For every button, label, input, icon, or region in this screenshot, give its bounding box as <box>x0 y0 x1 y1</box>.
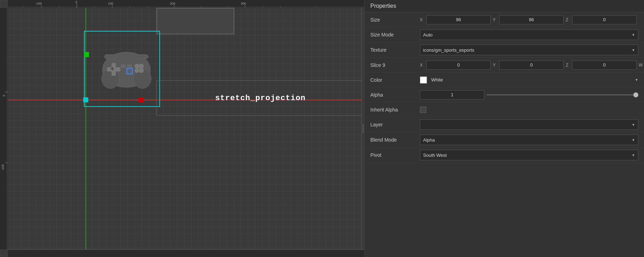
size-label: Size <box>370 17 420 23</box>
svg-text:-100: -100 <box>35 2 42 5</box>
slice9-z-label: Z <box>566 63 571 68</box>
slice9-x-label: X <box>420 63 425 68</box>
color-name-text: White <box>431 77 443 82</box>
svg-text:+: + <box>110 65 114 73</box>
prop-row-pivot: Pivot South West ▼ <box>365 148 644 163</box>
alpha-thumb[interactable] <box>633 92 638 97</box>
pivot-arrow: ▼ <box>632 153 635 157</box>
svg-point-34 <box>135 68 139 73</box>
prop-row-blend-mode: Blend Mode Alpha ▼ <box>365 132 644 148</box>
prop-row-alpha: Alpha <box>365 87 644 102</box>
size-mode-dropdown[interactable]: Auto ▼ <box>420 29 638 40</box>
slice9-z-group: Z <box>566 61 637 70</box>
slice9-y-input[interactable] <box>499 61 564 70</box>
slice9-y-label: Y <box>493 63 498 68</box>
pivot-dropdown[interactable]: South West ▼ <box>420 150 638 160</box>
slice9-value: X Y Z W <box>420 61 644 70</box>
size-x-label: X <box>420 17 425 22</box>
slice9-x-input[interactable] <box>426 61 491 70</box>
color-value: White ▼ <box>420 76 638 84</box>
texture-value: icons/gm_sports_esports ▼ <box>420 45 638 55</box>
blend-mode-dropdown[interactable]: Alpha ▼ <box>420 135 638 145</box>
prop-row-layer: Layer ▼ <box>365 117 644 132</box>
blend-mode-value: Alpha ▼ <box>420 135 638 145</box>
blue-selection-square <box>126 68 133 74</box>
size-y-group: Y <box>493 15 564 24</box>
blend-mode-text: Alpha <box>423 137 435 143</box>
svg-rect-37 <box>127 64 132 68</box>
size-y-input[interactable] <box>499 15 564 24</box>
ruler-top: -100 0 100 200 300 <box>8 0 364 8</box>
layer-arrow: ▼ <box>632 123 635 127</box>
panel-divider[interactable] <box>361 8 364 249</box>
texture-label: Texture <box>370 47 420 53</box>
size-mode-label: Size Mode <box>370 32 420 38</box>
svg-text:200: 200 <box>170 2 175 5</box>
texture-arrow: ▼ <box>632 48 635 52</box>
svg-text:300: 300 <box>241 2 246 5</box>
pivot-value: South West ▼ <box>420 150 638 160</box>
prop-row-inherit-alpha: Inherit Alpha <box>365 102 644 117</box>
inherit-alpha-label: Inherit Alpha <box>370 107 420 113</box>
prop-row-texture: Texture icons/gm_sports_esports ▼ <box>365 42 644 58</box>
size-mode-text: Auto <box>423 32 433 38</box>
size-mode-value: Auto ▼ <box>420 29 638 40</box>
canvas-content: + stretch_projection <box>8 8 364 249</box>
blend-mode-label: Blend Mode <box>370 137 420 143</box>
svg-text:-100: -100 <box>1 164 5 171</box>
stretch-projection-box: stretch_projection <box>156 80 364 116</box>
layer-label: Layer <box>370 122 420 127</box>
divider-dot <box>363 126 364 127</box>
svg-rect-38 <box>104 55 117 59</box>
gray-rect-top <box>156 8 234 34</box>
divider-dot <box>363 128 364 129</box>
slice9-x-group: X <box>420 61 491 70</box>
panel-title: Properties <box>365 0 644 12</box>
svg-rect-36 <box>121 64 126 68</box>
slice9-w-group: W <box>639 61 644 70</box>
canvas-area[interactable]: -100 0 100 200 300 <box>0 0 364 257</box>
properties-panel: Properties Size X Y Z Size Mode Auto ▼ <box>364 0 644 257</box>
size-value: X Y Z <box>420 15 638 24</box>
texture-text: icons/gm_sports_esports <box>423 47 474 53</box>
size-z-input[interactable] <box>572 15 637 24</box>
pivot-text: South West <box>423 153 447 158</box>
prop-row-size-mode: Size Mode Auto ▼ <box>365 27 644 42</box>
handle-bottom-right[interactable] <box>139 97 144 102</box>
alpha-value <box>420 90 638 99</box>
alpha-slider-container <box>486 94 638 96</box>
alpha-input[interactable] <box>420 90 484 99</box>
prop-row-slice9: Slice 9 X Y Z W <box>365 58 644 73</box>
divider-dot <box>363 132 364 133</box>
alpha-track[interactable] <box>486 94 638 96</box>
handle-top-left[interactable] <box>84 52 89 57</box>
svg-point-32 <box>135 64 139 69</box>
svg-text:0: 0 <box>2 95 6 96</box>
size-x-input[interactable] <box>426 15 491 24</box>
layer-dropdown[interactable]: ▼ <box>420 119 638 130</box>
color-swatch[interactable] <box>420 76 427 84</box>
slice9-label: Slice 9 <box>370 62 420 68</box>
prop-row-color: Color White ▼ <box>365 73 644 87</box>
handle-bottom-left[interactable] <box>83 97 88 102</box>
size-x-group: X <box>420 15 491 24</box>
divider-dot <box>363 125 364 126</box>
size-z-label: Z <box>566 17 571 22</box>
size-z-group: Z <box>566 15 637 24</box>
slice9-y-group: Y <box>493 61 564 70</box>
svg-point-33 <box>139 64 144 69</box>
svg-text:0: 0 <box>75 0 77 4</box>
slice9-z-input[interactable] <box>572 61 637 70</box>
pivot-label: Pivot <box>370 152 420 158</box>
stretch-projection-label: stretch_projection <box>215 94 306 103</box>
slice9-w-label: W <box>639 63 644 68</box>
blend-mode-arrow: ▼ <box>632 138 635 142</box>
prop-row-size: Size X Y Z <box>365 12 644 27</box>
inherit-alpha-checkbox[interactable] <box>420 107 426 113</box>
size-mode-arrow: ▼ <box>632 33 635 37</box>
texture-dropdown[interactable]: icons/gm_sports_esports ▼ <box>420 45 638 55</box>
color-dropdown-arrow: ▼ <box>635 78 638 82</box>
alpha-label: Alpha <box>370 92 420 98</box>
ruler-left: 0 -100 <box>0 8 8 249</box>
svg-text:100: 100 <box>108 2 113 5</box>
